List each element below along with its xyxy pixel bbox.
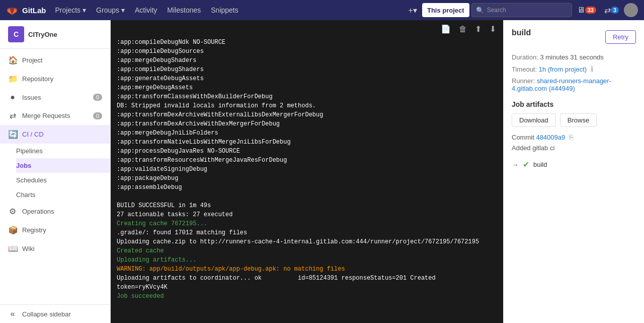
sidebar-collapse[interactable]: « Collapse sidebar [0, 305, 110, 323]
sidebar: C CITryOne 🏠 Project 📁 Repository ● Issu… [0, 20, 111, 323]
sidebar-item-pipelines-label: Pipelines [16, 147, 43, 155]
browse-button[interactable]: Browse [560, 113, 597, 127]
search-icon: 🔍 [476, 7, 484, 14]
scroll-bottom-button[interactable]: ⬇ [488, 23, 498, 35]
ci-cd-icon: 🔄 [8, 130, 17, 139]
timeout-value[interactable]: 1h (from project) [539, 66, 587, 73]
sidebar-item-operations-label: Operations [22, 208, 54, 215]
sidebar-item-operations[interactable]: ⚙ Operations [0, 202, 110, 221]
duration-value: 3 minutes 31 seconds [540, 53, 603, 61]
sidebar-item-ci-cd-label: CI / CD [22, 131, 44, 138]
nav-activity[interactable]: Activity [130, 0, 162, 20]
merge-requests-badge: 0 [93, 112, 102, 119]
arrow-icon: → [512, 161, 519, 169]
sidebar-item-repository[interactable]: 📁 Repository [0, 70, 110, 88]
merge-requests-icon: ⇄ [8, 111, 17, 120]
runner-label: Runner: [512, 77, 535, 85]
commit-message: Added gitlab ci [512, 144, 636, 152]
issues-icon: ● [8, 93, 17, 102]
log-panel[interactable]: 📄 🗑 ⬆ ⬇ :app:compileDebugNdk NO-SOURCE :… [111, 20, 503, 323]
issues-badge: 0 [93, 94, 102, 101]
search-box[interactable]: 🔍 Search [471, 3, 572, 17]
gitlab-logo[interactable]: GitLab [6, 4, 46, 16]
this-project-button[interactable]: This project [422, 3, 469, 17]
sidebar-item-repository-label: Repository [22, 75, 53, 83]
nav-projects[interactable]: Projects ▾ [50, 0, 92, 20]
job-area: 📄 🗑 ⬆ ⬇ :app:compileDebugNdk NO-SOURCE :… [111, 20, 644, 323]
user-avatar[interactable] [624, 3, 638, 17]
merge-request-icon: ⇄ [604, 6, 611, 15]
collapse-icon: « [8, 309, 17, 318]
timeout-label: Timeout: [512, 66, 537, 73]
commit-hash[interactable]: 484009a9 [536, 134, 565, 141]
raw-log-button[interactable]: 📄 [439, 23, 453, 35]
wiki-icon: 📖 [8, 244, 17, 253]
copy-icon[interactable]: ⎘ [569, 133, 573, 141]
nav-snippets[interactable]: Snippets [206, 0, 243, 20]
repository-icon: 📁 [8, 74, 17, 84]
artifacts-title: Job artifacts [512, 100, 636, 108]
plus-button[interactable]: +▾ [406, 2, 420, 18]
job-status-row: → ✔ build [512, 160, 636, 169]
sidebar-item-merge-requests-label: Merge Requests [22, 112, 70, 119]
sidebar-item-wiki[interactable]: 📖 Wiki [0, 239, 110, 258]
commit-label: Commit [512, 134, 534, 141]
sidebar-item-charts[interactable]: Charts [16, 187, 110, 202]
sidebar-item-issues-label: Issues [22, 94, 41, 101]
sidebar-item-project-label: Project [22, 56, 42, 64]
sidebar-item-ci-cd[interactable]: 🔄 CI / CD [0, 125, 110, 144]
timeout-info-icon[interactable]: ℹ [591, 65, 593, 73]
merge-request-icon-btn[interactable]: ⇄ 3 [601, 2, 622, 18]
registry-icon: 📦 [8, 225, 17, 235]
nav-milestones[interactable]: Milestones [162, 0, 206, 20]
sidebar-item-charts-label: Charts [16, 191, 35, 199]
sidebar-item-jobs[interactable]: Jobs [16, 158, 110, 173]
project-name: CITryOne [28, 31, 57, 38]
sidebar-item-jobs-label: Jobs [16, 162, 31, 169]
monitor-icon: 🖥 [577, 6, 585, 15]
success-icon: ✔ [523, 160, 529, 169]
timeout-row: Timeout: 1h (from project) ℹ [512, 65, 636, 73]
runner-row: Runner: shared-runners-manager-4.gitlab.… [512, 77, 636, 92]
project-icon: 🏠 [8, 55, 17, 65]
sidebar-item-registry[interactable]: 📦 Registry [0, 221, 110, 239]
sidebar-item-project[interactable]: 🏠 Project [0, 51, 110, 70]
sidebar-item-registry-label: Registry [22, 226, 46, 234]
operations-icon: ⚙ [8, 207, 17, 216]
nav-groups[interactable]: Groups ▾ [91, 0, 130, 20]
duration-label: Duration: [512, 53, 538, 61]
project-avatar: C [8, 26, 24, 42]
sidebar-item-schedules[interactable]: Schedules [16, 173, 110, 187]
notification-badge: 33 [585, 7, 596, 14]
retry-button[interactable]: Retry [605, 30, 636, 44]
sidebar-item-schedules-label: Schedules [16, 176, 47, 184]
top-nav: GitLab Projects ▾ Groups ▾ Activity Mile… [0, 0, 644, 20]
sidebar-project-header: C CITryOne [0, 20, 110, 49]
duration-row: Duration: 3 minutes 31 seconds [512, 53, 636, 61]
monitor-icon-btn[interactable]: 🖥 33 [574, 2, 599, 18]
sidebar-collapse-label: Collapse sidebar [22, 310, 71, 318]
merge-badge: 3 [611, 7, 619, 14]
job-name: build [533, 161, 547, 168]
sidebar-item-pipelines[interactable]: Pipelines [16, 144, 110, 158]
sidebar-item-issues[interactable]: ● Issues 0 [0, 88, 110, 106]
sidebar-item-merge-requests[interactable]: ⇄ Merge Requests 0 [0, 106, 110, 125]
commit-row: Commit 484009a9 ⎘ [512, 133, 636, 141]
search-placeholder: Search [487, 7, 506, 14]
log-content: :app:compileDebugNdk NO-SOURCE :app:comp… [111, 38, 503, 307]
scroll-top-button[interactable]: ⬆ [473, 23, 484, 35]
log-toolbar: 📄 🗑 ⬆ ⬇ [111, 20, 503, 38]
download-button[interactable]: Download [512, 113, 556, 127]
gitlab-wordmark: GitLab [22, 6, 46, 15]
job-title: build [512, 28, 531, 37]
artifact-buttons: Download Browse [512, 113, 636, 127]
erase-log-button[interactable]: 🗑 [457, 23, 469, 35]
right-panel: build Retry Duration: 3 minutes 31 secon… [503, 20, 644, 323]
sidebar-item-wiki-label: Wiki [22, 245, 35, 252]
